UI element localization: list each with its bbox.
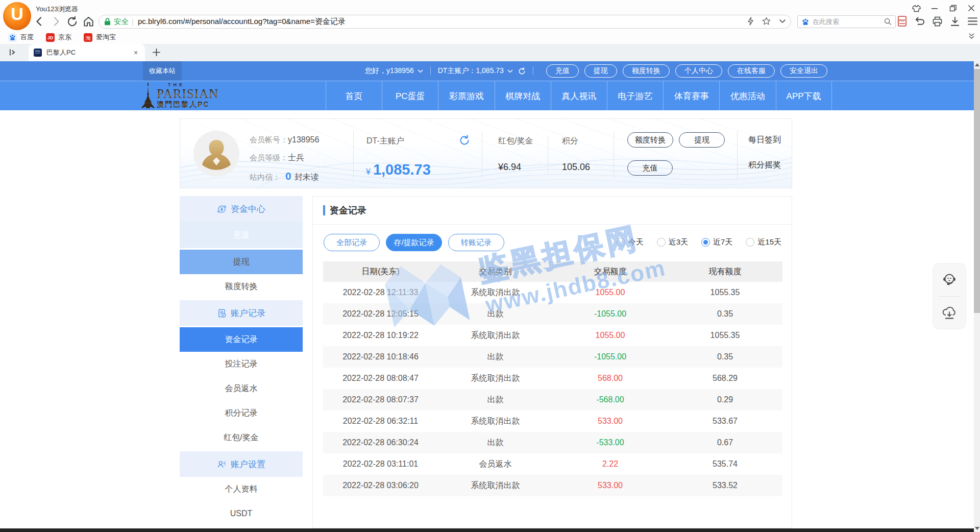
forward-icon[interactable] — [51, 16, 62, 27]
bookmark-item[interactable]: 爱淘宝 — [84, 33, 116, 42]
sidebar-item[interactable]: 资金中心 — [180, 196, 303, 222]
sidebar-item[interactable]: 充值 — [180, 222, 303, 248]
menu-icon[interactable] — [967, 17, 978, 26]
scroll-down-icon[interactable] — [974, 525, 980, 532]
menu-item[interactable]: PC蛋蛋 — [382, 81, 438, 111]
menu-item[interactable]: 首页 — [326, 81, 382, 111]
mail-row[interactable]: 站内信：0封未读 — [250, 170, 319, 183]
sidebar-item[interactable]: 会员返水 — [180, 376, 303, 401]
topbar-pill-button[interactable]: 个人中心 — [675, 64, 722, 78]
radio-icon[interactable] — [701, 238, 710, 247]
page-scrollbar[interactable] — [974, 61, 980, 532]
account-refresh-icon[interactable] — [518, 67, 526, 75]
sidebar-item[interactable]: 红包/奖金 — [180, 425, 303, 450]
filter-pill[interactable]: 转账记录 — [448, 234, 504, 251]
radio-icon[interactable] — [746, 238, 754, 247]
menu-item[interactable]: 彩票游戏 — [438, 81, 494, 111]
back-icon[interactable] — [34, 16, 45, 27]
table-row: 2022-02-28 10:18:46 出款 -1055.00 0.35 — [323, 346, 782, 368]
cell-balance: 0.29 — [668, 389, 782, 410]
sidebar-item[interactable]: 资金记录 — [180, 327, 303, 352]
home-icon[interactable] — [83, 16, 94, 28]
points-value: 105.06 — [562, 162, 590, 173]
scrollbar-thumb[interactable] — [974, 69, 980, 313]
tab-list-icon[interactable] — [9, 49, 16, 56]
new-tab-icon[interactable] — [152, 48, 161, 57]
cloud-download-icon[interactable] — [933, 297, 966, 329]
close-window-icon[interactable] — [967, 4, 976, 13]
cell-amount: 533.00 — [553, 410, 668, 432]
address-dropdown-icon[interactable] — [779, 19, 786, 23]
tab-parisian[interactable]: 巴黎人PC × — [29, 44, 145, 61]
greeting-chevron-icon[interactable] — [418, 69, 423, 73]
pdf-icon[interactable]: PDF — [897, 16, 907, 27]
minimize-icon[interactable] — [930, 4, 939, 13]
main-account-text[interactable]: DT主账户：1,085.73 — [438, 66, 504, 76]
member-level-row: 会员等级：士兵 — [250, 153, 304, 163]
ico-ledger-icon — [217, 308, 227, 318]
menu-item[interactable]: APP下载 — [776, 81, 832, 111]
cell-date: 2022-02-28 12:05:15 — [323, 303, 438, 325]
range-radio[interactable]: 近7天 — [701, 237, 732, 247]
sidebar-item[interactable]: 提现 — [180, 250, 303, 274]
filter-pill[interactable]: 全部记录 — [324, 234, 380, 251]
range-radio[interactable]: 今天 — [617, 237, 644, 247]
sidebar-item[interactable]: 投注记录 — [180, 352, 303, 376]
card-divider — [614, 131, 614, 178]
topbar-pill-button[interactable]: 提现 — [584, 64, 617, 78]
greeting-text[interactable]: 您好，y138956 — [365, 66, 414, 76]
topbar-pill-button[interactable]: 在线客服 — [728, 64, 775, 78]
transfer-button[interactable]: 额度转换 — [627, 132, 673, 148]
table-row: 2022-02-28 08:07:37 出款 -568.00 0.29 — [323, 389, 782, 410]
bookmark-item[interactable]: 京东 — [46, 33, 71, 42]
topbar-pill-button[interactable]: 充值 — [546, 64, 579, 78]
menu-item[interactable]: 真人视讯 — [551, 81, 607, 111]
site-logo[interactable]: THE PARISIAN 澳門巴黎人PC — [141, 83, 218, 109]
url-text: pc.blryl6.com/#/personal/accountLog?tag=… — [138, 17, 346, 27]
menu-item[interactable]: 棋牌对战 — [495, 81, 551, 111]
tab-close-icon[interactable]: × — [132, 49, 140, 57]
search-icon[interactable] — [884, 18, 892, 26]
table-row: 2022-02-28 03:06:20 系统取消出款 533.00 533.52 — [323, 475, 782, 496]
points-lottery-link[interactable]: 积分摇奖 — [748, 160, 781, 171]
account-chevron-icon[interactable] — [507, 69, 513, 73]
download-icon[interactable] — [950, 16, 960, 27]
menu-item[interactable]: 电子游艺 — [607, 81, 663, 111]
favorite-site-button[interactable]: 收藏本站 — [143, 61, 182, 81]
topbar-pill-button[interactable]: 安全退出 — [780, 64, 827, 78]
scroll-up-icon[interactable] — [974, 61, 980, 68]
radio-icon[interactable] — [657, 238, 666, 247]
address-bar[interactable]: 安全 | pc.blryl6.com/#/personal/accountLog… — [99, 15, 791, 29]
bookmark-star-icon[interactable] — [762, 17, 771, 26]
bookmark-item[interactable]: 百度 — [8, 33, 34, 42]
sidebar-item[interactable]: 个人资料 — [180, 477, 303, 501]
avatar[interactable] — [193, 131, 239, 177]
range-radio[interactable]: 近15天 — [746, 237, 781, 247]
deposit-button[interactable]: 充值 — [627, 160, 673, 176]
sidebar-item[interactable]: 积分记录 — [180, 401, 303, 425]
skin-icon[interactable] — [912, 4, 921, 13]
radio-icon[interactable] — [617, 238, 625, 247]
filter-pill[interactable]: 存/提款记录 — [386, 234, 442, 251]
sidebar-item[interactable]: 账户设置 — [180, 451, 303, 477]
wallet-refresh-icon[interactable] — [459, 135, 470, 146]
topbar-pill-button[interactable]: 额度转换 — [623, 64, 670, 78]
print-icon[interactable] — [932, 16, 943, 27]
menu-item[interactable]: 体育赛事 — [663, 81, 719, 111]
refresh-icon[interactable] — [66, 16, 78, 28]
panel-header: 资金记录 — [313, 197, 792, 225]
sidebar-item[interactable]: 额度转换 — [180, 274, 303, 299]
daily-signin-link[interactable]: 每日签到 — [748, 135, 781, 146]
withdraw-button[interactable]: 提现 — [679, 132, 725, 148]
expand-toolbar-icon[interactable] — [968, 33, 975, 39]
undo-icon[interactable] — [914, 16, 925, 26]
menu-item[interactable]: 优惠活动 — [719, 81, 775, 111]
search-box[interactable]: 在此搜索 — [797, 15, 896, 28]
quick-launch-icon[interactable] — [747, 17, 754, 26]
cell-balance: 0.35 — [668, 303, 782, 325]
sidebar-item[interactable]: USDT — [180, 501, 303, 526]
customer-service-icon[interactable] — [933, 263, 966, 296]
range-radio[interactable]: 近3天 — [657, 237, 688, 247]
restore-icon[interactable] — [948, 4, 958, 13]
sidebar-item[interactable]: 账户记录 — [180, 300, 303, 326]
